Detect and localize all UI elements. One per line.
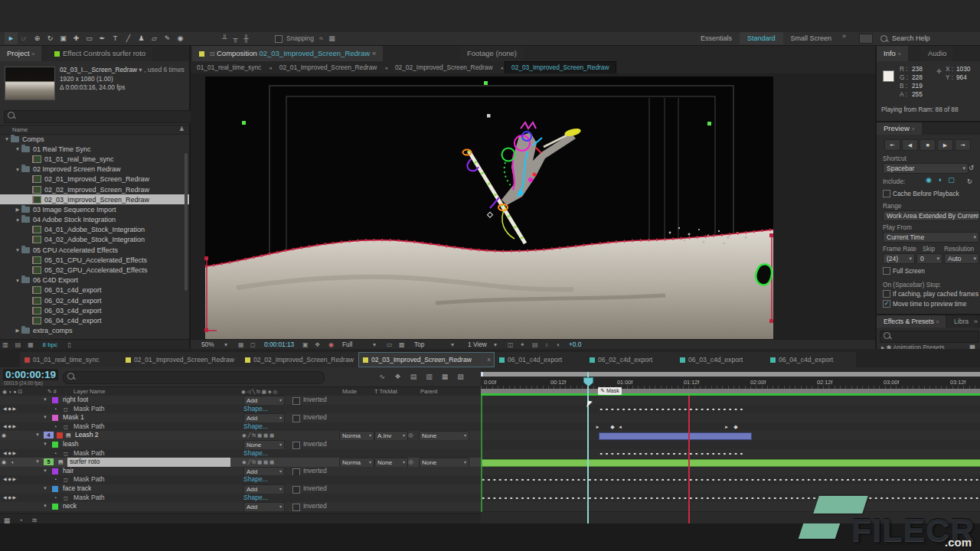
composition-mini-flowchart-icon[interactable]: ∿ bbox=[375, 370, 389, 383]
search-help-label[interactable]: Search Help bbox=[892, 32, 930, 44]
tab-effects-presets[interactable]: Effects & Presets ≡ bbox=[877, 315, 946, 328]
breadcrumb-comp-0[interactable]: 01_01_real_time_sync bbox=[191, 62, 267, 73]
first-frame-button[interactable]: ⇤ bbox=[884, 139, 900, 151]
snapping-option-icon-0[interactable]: ≈ bbox=[315, 32, 326, 44]
inverted-checkbox[interactable] bbox=[292, 504, 300, 511]
mask-color-swatch[interactable] bbox=[52, 504, 58, 510]
layer-name[interactable]: surfer roto bbox=[67, 458, 230, 467]
resolution-dropdown-preview[interactable]: Auto ▾ bbox=[944, 253, 979, 264]
previous-frame-button[interactable]: ◀ bbox=[902, 139, 918, 151]
tree-item[interactable]: ▼Comps bbox=[0, 134, 189, 144]
tree-item[interactable]: ▼04 Adobe Stock Integration bbox=[0, 215, 189, 225]
panel-menu-icon[interactable]: ≡ bbox=[31, 51, 34, 57]
tree-item[interactable]: ▼02 Improved Screen Redraw bbox=[0, 165, 189, 174]
effects-menu-icon[interactable]: ≡ bbox=[936, 319, 939, 324]
timeline-tab-6[interactable]: 06_03_c4d_export bbox=[675, 352, 767, 367]
timeline-search-input[interactable] bbox=[63, 371, 325, 384]
expander-arrow-icon[interactable]: ▼ bbox=[35, 431, 40, 440]
expander-arrow-icon[interactable]: ▼ bbox=[14, 247, 21, 253]
layer-color-swatch[interactable] bbox=[57, 432, 63, 439]
composition-viewer[interactable] bbox=[191, 73, 875, 339]
puppet-pin-tool[interactable]: ◉ bbox=[174, 32, 187, 44]
tree-item[interactable]: 02_02_Improved_Screen_Redraw bbox=[0, 184, 189, 194]
mask-color-swatch[interactable] bbox=[52, 397, 58, 403]
layer-switch-icons[interactable]: ◉ ╱ fx ▦ ▦ ▦ bbox=[242, 431, 274, 440]
tab-composition[interactable]: ⊡ Composition 02_03_Improved_Screen_Redr… bbox=[192, 46, 383, 61]
track-row[interactable] bbox=[481, 502, 980, 512]
mask-name[interactable]: right foot bbox=[63, 396, 88, 405]
property-name[interactable]: Mask Path bbox=[74, 449, 105, 458]
stop-button[interactable]: ■ bbox=[920, 139, 936, 151]
tab-libraries[interactable]: Libra bbox=[947, 315, 975, 328]
tree-item[interactable]: 01_01_real_time_sync bbox=[0, 154, 189, 164]
close-icon[interactable]: × bbox=[372, 49, 377, 57]
stopwatch-icon[interactable]: ◔ bbox=[54, 405, 57, 414]
keyframe-marker[interactable]: ▸ bbox=[596, 422, 599, 431]
mask-name[interactable]: neck bbox=[63, 502, 77, 511]
expander-arrow-icon[interactable]: ▼ bbox=[14, 217, 21, 223]
snapping-checkbox[interactable] bbox=[275, 35, 283, 43]
tree-item[interactable]: 06_01_c4d_export bbox=[0, 285, 189, 295]
tree-item[interactable]: ▼06 C4D Export bbox=[0, 276, 189, 285]
expander-arrow-icon[interactable]: ▼ bbox=[43, 467, 47, 476]
draft-3d-icon[interactable]: ❖ bbox=[391, 370, 405, 383]
align-icon-2[interactable]: ╫ bbox=[241, 32, 252, 44]
shortcut-dropdown[interactable]: Spacebar ▾ bbox=[883, 163, 969, 174]
expander-arrow-icon[interactable]: ▼ bbox=[43, 502, 47, 511]
play-cached-checkbox[interactable] bbox=[883, 290, 890, 298]
mask-name[interactable]: leash bbox=[63, 440, 79, 449]
keyframes-dotted[interactable] bbox=[481, 495, 980, 501]
tab-audio[interactable]: Audio bbox=[921, 46, 953, 61]
stopwatch-icon[interactable]: ◔ bbox=[54, 494, 57, 503]
tree-item[interactable]: 06_04_c4d_export bbox=[0, 315, 189, 325]
pen-tool[interactable]: ✒ bbox=[96, 32, 109, 44]
mask-color-swatch[interactable] bbox=[52, 415, 58, 421]
include-video-icon[interactable]: ◉ bbox=[926, 176, 932, 184]
keyframe-navigator[interactable]: ◀ ◆ ▶ bbox=[3, 494, 31, 503]
keyframe-marker[interactable]: ◂ bbox=[619, 422, 622, 431]
loop-icon[interactable]: ↻ bbox=[967, 178, 972, 185]
tree-item[interactable]: 04_01_Adobe_Stock_Integration bbox=[0, 225, 189, 235]
roto-brush-tool[interactable]: ✎ bbox=[161, 32, 174, 44]
flowchart-icon[interactable]: ♟ bbox=[179, 126, 185, 132]
expander-arrow-icon[interactable]: ▼ bbox=[43, 440, 47, 449]
hand-tool[interactable]: ☞ bbox=[18, 32, 31, 44]
full-screen-checkbox[interactable] bbox=[883, 267, 890, 275]
selection-tool[interactable]: ► bbox=[5, 32, 18, 44]
close-icon[interactable]: × bbox=[487, 352, 491, 367]
skip-dropdown[interactable]: 0 ▾ bbox=[916, 253, 942, 264]
stopwatch-icon[interactable]: ◔ bbox=[54, 449, 57, 458]
timeline-tab-4[interactable]: 06_01_c4d_export bbox=[495, 352, 586, 367]
brush-tool[interactable]: ╱ bbox=[122, 32, 135, 44]
align-icon-1[interactable]: ╥ bbox=[230, 32, 241, 44]
timeline-tab-1[interactable]: 02_01_Improved_Screen_Redraw bbox=[121, 352, 242, 367]
property-name[interactable]: Mask Path bbox=[74, 494, 105, 503]
timeline-tab-2[interactable]: 02_02_Improved_Screen_Redraw bbox=[240, 352, 360, 367]
expander-arrow-icon[interactable]: ▼ bbox=[35, 458, 40, 467]
tree-item[interactable]: 05_01_CPU_Accelerated_Effects bbox=[0, 255, 189, 265]
lock-icon[interactable]: ⊡ bbox=[210, 51, 215, 57]
keyframe-navigator[interactable]: ◀ ◆ ▶ bbox=[3, 405, 31, 414]
eye-icon[interactable]: ◉ bbox=[2, 458, 6, 467]
snapping-option-icon-1[interactable]: ▦ bbox=[326, 32, 337, 44]
tab-info[interactable]: Info ≡ bbox=[877, 46, 908, 61]
tree-item[interactable]: 06_03_c4d_export bbox=[0, 305, 189, 315]
reset-icon[interactable]: ↺ bbox=[969, 164, 974, 171]
eye-icon[interactable]: ◉ bbox=[2, 431, 6, 440]
property-name[interactable]: Mask Path bbox=[74, 405, 105, 414]
expander-arrow-icon[interactable]: ▼ bbox=[43, 484, 47, 494]
expander-arrow-icon[interactable]: ▶ bbox=[14, 328, 21, 334]
keyframe-marker[interactable]: ◆ bbox=[733, 422, 737, 431]
work-area-bar[interactable] bbox=[481, 372, 980, 377]
mask-vertex-square[interactable] bbox=[487, 114, 491, 118]
graph-editor-icon[interactable]: ▧ bbox=[454, 370, 468, 383]
property-value[interactable]: Shape... bbox=[243, 475, 268, 484]
tree-item[interactable]: 02_03_Improved_Screen_Redraw bbox=[0, 194, 189, 204]
keyframes-dotted[interactable] bbox=[599, 451, 744, 457]
tab-project[interactable]: Project ≡ bbox=[0, 46, 41, 61]
tab-preview[interactable]: Preview ≡ bbox=[877, 122, 922, 135]
timeline-tab-0[interactable]: 01_01_real_time_sync bbox=[20, 352, 122, 367]
tab-effect-controls[interactable]: Effect Controls surfer roto bbox=[47, 46, 152, 61]
rotation-tool[interactable]: ↻ bbox=[44, 32, 57, 44]
tree-item[interactable]: 02_01_Improved_Screen_Redraw bbox=[0, 174, 189, 184]
